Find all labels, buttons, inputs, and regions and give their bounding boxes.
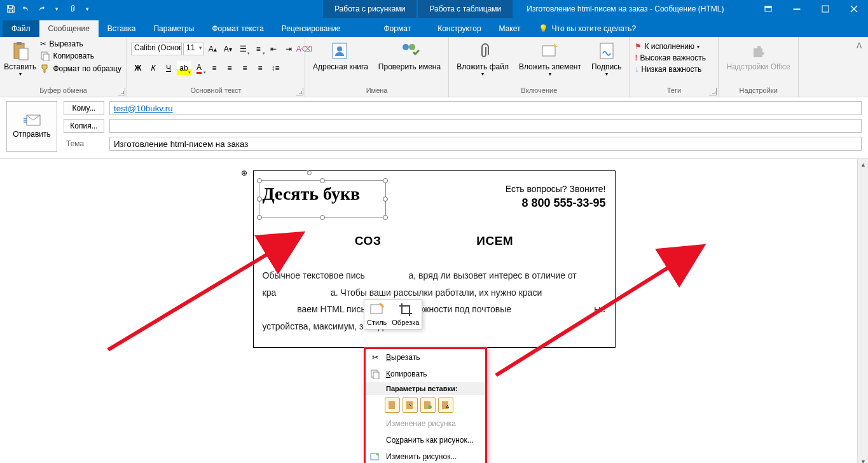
subject-field[interactable] (109, 137, 862, 151)
to-field[interactable] (109, 101, 862, 115)
tab-format-text[interactable]: Формат текста (203, 20, 272, 37)
cut-button[interactable]: ✂Вырезать (38, 38, 124, 50)
ribbon-tabs: Файл Сообщение Вставка Параметры Формат … (0, 18, 868, 37)
numbering-icon[interactable]: ≡ (251, 42, 265, 56)
paste-opt-2[interactable] (403, 397, 418, 413)
subject-label: Тема (64, 139, 104, 148)
paste-button[interactable]: Вставить▾ (3, 38, 38, 79)
resize-handle[interactable] (257, 197, 262, 202)
minimize-icon[interactable] (782, 0, 811, 18)
cc-button[interactable]: Копия... (64, 119, 104, 133)
high-importance-button[interactable]: !Высокая важность (632, 52, 708, 64)
tab-design[interactable]: Конструктор (429, 20, 490, 37)
align-justify-icon[interactable]: ≡ (253, 61, 267, 75)
svg-rect-20 (373, 372, 379, 379)
shrink-font-icon[interactable]: A▾ (221, 42, 235, 56)
font-name-combo[interactable]: Calibri (Основной текст) (131, 43, 182, 55)
font-size-combo[interactable]: 11 (183, 43, 204, 55)
outdent-icon[interactable]: ⇤ (266, 42, 280, 56)
close-icon[interactable] (839, 0, 868, 18)
tab-layout[interactable]: Макет (490, 20, 530, 37)
picture-style-button[interactable]: Стиль (367, 302, 387, 326)
italic-icon[interactable]: К (146, 61, 160, 75)
bold-icon[interactable]: Ж (131, 61, 145, 75)
paste-opt-1[interactable] (385, 397, 400, 413)
indent-icon[interactable]: ⇥ (282, 42, 296, 56)
picture-tools-tab: Работа с рисунками (323, 0, 417, 18)
context-menu: ✂ВВырезатьырезать Копировать Параметры в… (364, 347, 487, 463)
rotate-handle-icon[interactable]: ↻ (306, 169, 316, 179)
align-right-icon[interactable]: ≡ (238, 61, 252, 75)
check-names-icon (399, 41, 420, 61)
attach-item-button[interactable]: Вложить элемент▾ (514, 38, 586, 79)
resize-handle[interactable] (383, 197, 388, 202)
message-body-canvas[interactable]: ▲ ▼ Стиль Обрезка ✂ВВырезатьырезать Копи… (0, 158, 868, 463)
group-label-addins: Надстройки (721, 86, 795, 95)
tab-message[interactable]: Сообщение (39, 20, 99, 37)
office-addins-button[interactable]: Надстройки Office (721, 38, 795, 74)
ctx-change-picture2[interactable]: Изменить рисунок... (366, 448, 485, 463)
maximize-icon[interactable] (811, 0, 839, 18)
group-label-font: Основной текст (130, 86, 302, 95)
clipboard-dialog-launcher[interactable] (118, 88, 125, 95)
copy-button[interactable]: Копировать (38, 50, 124, 62)
attach-file-button[interactable]: Вложить файл▾ (451, 38, 514, 79)
svg-rect-18 (371, 305, 382, 314)
qat-more-icon[interactable]: ▾ (80, 2, 94, 16)
bullets-icon[interactable]: ☰ (236, 42, 250, 56)
format-painter-button[interactable]: Формат по образцу (38, 62, 124, 75)
follow-up-button[interactable]: ⚑К исполнению▾ (632, 41, 702, 52)
exclamation-icon: ! (635, 53, 637, 62)
ribbon-display-icon[interactable] (754, 0, 782, 18)
tab-insert[interactable]: Вставка (99, 20, 145, 37)
underline-icon[interactable]: Ч (162, 61, 176, 75)
svg-rect-3 (822, 6, 829, 12)
resize-handle[interactable] (383, 215, 388, 220)
scroll-up-icon[interactable]: ▲ (858, 159, 868, 170)
font-dialog-launcher[interactable] (296, 88, 303, 95)
tab-file[interactable]: Файл (3, 20, 39, 37)
save-icon[interactable] (4, 2, 18, 16)
check-names-button[interactable]: Проверить имена (373, 38, 446, 74)
highlight-icon[interactable]: ab (177, 61, 191, 75)
align-center-icon[interactable]: ≡ (223, 61, 237, 75)
resize-handle[interactable] (320, 178, 325, 183)
tab-options[interactable]: Параметры (144, 20, 203, 37)
paste-opt-4[interactable]: A (438, 397, 453, 413)
cc-field[interactable] (109, 119, 862, 133)
grow-font-icon[interactable]: A▴ (205, 42, 219, 56)
redo-icon[interactable] (34, 2, 48, 16)
tell-me-search[interactable]: 💡 Что вы хотите сделать? (535, 20, 640, 37)
crop-button[interactable]: Обрезка (392, 302, 419, 326)
vertical-scrollbar[interactable]: ▲ ▼ (857, 159, 868, 463)
qat-dropdown-icon[interactable]: ▾ (50, 2, 64, 16)
font-color-icon[interactable]: A (192, 61, 206, 75)
address-book-button[interactable]: Адресная книга (308, 38, 373, 74)
send-button[interactable]: Отправить (6, 101, 57, 152)
to-button[interactable]: Кому... (64, 101, 104, 115)
line-spacing-icon[interactable]: ↕≡ (268, 61, 282, 75)
tab-format[interactable]: Формат (375, 20, 420, 37)
low-importance-button[interactable]: ↓Низкая важность (632, 64, 704, 75)
addins-icon (748, 41, 769, 61)
ctx-cut[interactable]: ✂ВВырезатьырезать (366, 349, 485, 366)
collapse-ribbon-icon[interactable]: ᐱ (853, 39, 865, 52)
attach-icon[interactable] (65, 2, 79, 16)
resize-handle[interactable] (383, 178, 388, 183)
align-left-icon[interactable]: ≡ (207, 61, 221, 75)
mini-toolbar: Стиль Обрезка (364, 299, 422, 329)
signature-button[interactable]: Подпись▾ (586, 38, 627, 79)
undo-icon[interactable] (19, 2, 33, 16)
ctx-copy[interactable]: Копировать (366, 366, 485, 382)
paste-opt-3[interactable] (420, 397, 436, 413)
resize-handle[interactable] (257, 215, 262, 220)
svg-rect-13 (542, 46, 555, 56)
email-question-text: Есть вопросы? Звоните! (506, 184, 606, 194)
image-selection[interactable] (259, 180, 386, 218)
resize-handle[interactable] (320, 215, 325, 220)
ctx-save-as-picture[interactable]: Сохранить как рисунок... (366, 432, 485, 448)
tab-review[interactable]: Рецензирование (273, 20, 350, 37)
scroll-down-icon[interactable]: ▼ (858, 456, 868, 463)
tags-dialog-launcher[interactable] (709, 88, 717, 95)
resize-handle[interactable] (257, 178, 262, 183)
